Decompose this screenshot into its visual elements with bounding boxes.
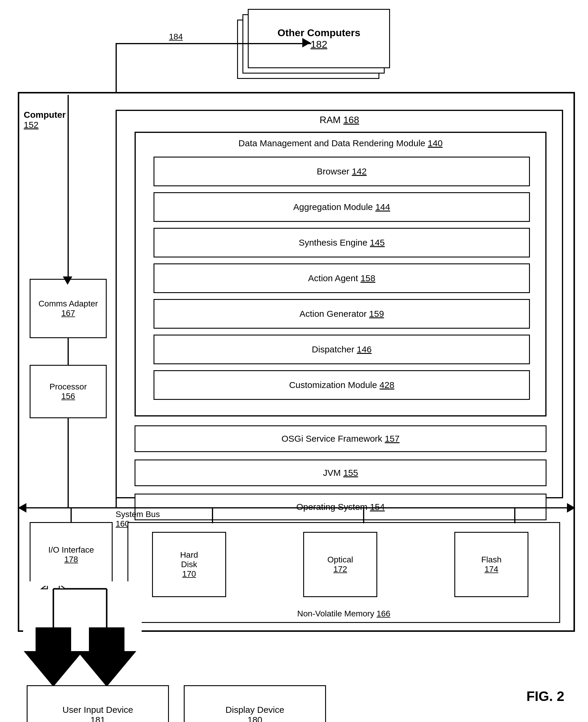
flash-box: Flash 174 — [454, 532, 528, 597]
other-computers-number: 182 — [311, 39, 328, 50]
fig-label: FIG. 2 — [526, 688, 564, 704]
hard-disk-box: Hard Disk 170 — [152, 532, 226, 597]
comms-arrow-head — [63, 277, 72, 285]
comms-proc-line — [68, 338, 69, 365]
data-mgmt-box: Data Management and Data Rendering Modul… — [134, 132, 547, 417]
os-box: Operating System 154 — [134, 494, 547, 520]
osgi-box: OSGi Service Framework 157 — [134, 425, 547, 452]
dispatcher-box: Dispatcher 146 — [153, 335, 530, 364]
ram-box: RAM 168 Data Management and Data Renderi… — [115, 110, 563, 498]
svg-marker-16 — [77, 627, 136, 687]
arrow-184-vertical — [115, 43, 117, 95]
non-volatile-box: Hard Disk 170 Optical 172 Flash 174 Non-… — [127, 522, 560, 623]
optical-box: Optical 172 — [303, 532, 377, 597]
user-input-box: User Input Device 181 — [27, 685, 169, 722]
ram-label: RAM 168 — [319, 115, 359, 125]
action-agent-box: Action Agent 158 — [153, 263, 530, 293]
flash-vert-line — [514, 508, 516, 523]
non-volatile-label: Non-Volatile Memory 166 — [297, 609, 390, 619]
action-gen-box: Action Generator 159 — [153, 299, 530, 329]
opt-vert-line — [363, 508, 364, 523]
svg-marker-15 — [24, 627, 83, 687]
arrow-184-head — [302, 38, 311, 47]
arrow-184-label: 184 — [169, 32, 183, 42]
data-mgmt-label: Data Management and Data Rendering Modul… — [238, 138, 443, 148]
browser-box: Browser 142 — [153, 157, 530, 186]
system-bus-line — [19, 507, 574, 508]
io-interface-box: I/O Interface 178 — [30, 522, 112, 587]
customization-box: Customization Module 428 — [153, 370, 530, 400]
proc-bus-line — [68, 418, 69, 508]
comms-down-line — [68, 95, 69, 279]
aggregation-box: Aggregation Module 144 — [153, 192, 530, 222]
synthesis-box: Synthesis Engine 145 — [153, 228, 530, 258]
comms-adapter-box: Comms Adapter 167 — [30, 279, 107, 338]
arrow-184-horizontal — [115, 43, 311, 44]
processor-box: Processor 156 — [30, 365, 107, 418]
display-box: Display Device 180 — [184, 685, 326, 722]
other-computers-label: Other Computers — [277, 27, 360, 39]
io-arrows-clean — [24, 586, 142, 699]
computer-label: Computer 152 — [24, 110, 66, 130]
left-vert-line — [115, 498, 117, 508]
diagram: Other Computers 182 184 Computer 152 RAM… — [0, 0, 588, 722]
jvm-box: JVM 155 — [134, 460, 547, 486]
hd-vert-line — [212, 508, 213, 523]
io-bus-line — [70, 508, 72, 523]
